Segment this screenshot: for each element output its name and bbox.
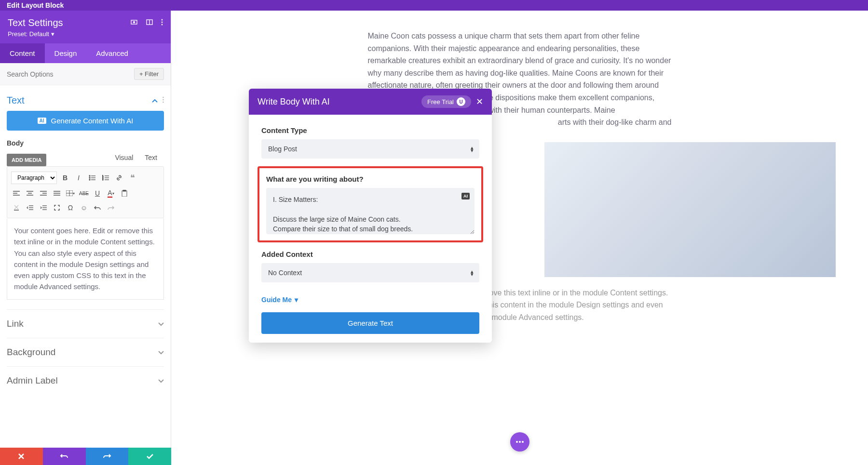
indent-icon[interactable] <box>38 202 49 213</box>
fullscreen-icon[interactable] <box>52 202 62 213</box>
section-title: Text <box>7 95 25 106</box>
body-label: Body <box>7 139 164 147</box>
svg-point-12 <box>89 177 90 178</box>
chevron-down-icon <box>158 320 164 328</box>
svg-point-4 <box>162 19 163 21</box>
quote-icon[interactable]: ❝ <box>127 173 138 183</box>
section-header-text[interactable]: Text <box>7 92 164 111</box>
context-select[interactable]: No Context <box>261 263 479 282</box>
svg-point-5 <box>162 22 163 23</box>
tab-advanced[interactable]: Advanced <box>86 43 138 63</box>
top-bar: Edit Layout Block <box>0 0 868 11</box>
svg-point-10 <box>89 175 90 176</box>
undo-icon[interactable] <box>92 202 103 213</box>
editor-content[interactable]: Your content goes here. Edit or remove t… <box>7 218 164 300</box>
svg-point-7 <box>163 97 164 98</box>
svg-point-14 <box>89 179 90 180</box>
ol-icon[interactable]: 123 <box>100 173 111 183</box>
clear-icon[interactable] <box>11 202 22 213</box>
tab-design[interactable]: Design <box>45 43 87 63</box>
chevron-down-icon <box>158 377 164 385</box>
strike-icon[interactable]: ABE <box>79 188 89 199</box>
editor-toolbar: Paragraph B I 123 ❝ ▾ A <box>7 166 164 218</box>
more-icon[interactable] <box>161 18 163 27</box>
ai-modal: Write Body With AI Free Trial U ✕ Conten… <box>249 89 492 343</box>
align-right-icon[interactable] <box>38 188 49 199</box>
columns-icon[interactable] <box>146 18 153 27</box>
textcolor-icon[interactable]: A ▾ <box>106 188 116 199</box>
search-input[interactable] <box>7 70 134 78</box>
svg-rect-38 <box>123 190 126 191</box>
special-char-icon[interactable]: Ω <box>65 202 76 213</box>
align-left-icon[interactable] <box>11 188 22 199</box>
editor-tab-visual[interactable]: Visual <box>115 154 133 161</box>
select-arrows-icon: ▴▾ <box>471 270 474 276</box>
accordion-link[interactable]: Link <box>7 309 164 338</box>
emoji-icon[interactable]: ☺ <box>79 202 89 213</box>
preset-selector[interactable]: Preset: Default ▾ <box>8 30 163 38</box>
italic-icon[interactable]: I <box>73 173 84 183</box>
svg-point-45 <box>516 441 518 443</box>
accordion-background[interactable]: Background <box>7 338 164 366</box>
settings-header: Text Settings Preset: Default ▾ <box>0 11 171 43</box>
link-icon[interactable] <box>114 173 124 183</box>
svg-point-9 <box>163 102 164 103</box>
options-scroll[interactable]: Text AI Generate Content With AI Body AD… <box>0 85 171 465</box>
settings-sidebar: Text Settings Preset: Default ▾ Content … <box>0 11 171 465</box>
filter-button[interactable]: + Filter <box>134 68 164 80</box>
modal-header: Write Body With AI Free Trial U ✕ <box>249 89 492 115</box>
underline-icon[interactable]: U <box>92 188 103 199</box>
chevron-down-icon: ▾ <box>295 296 298 304</box>
generate-ai-button[interactable]: AI Generate Content With AI <box>7 111 164 131</box>
svg-text:3: 3 <box>102 178 104 181</box>
content-image <box>544 142 836 277</box>
save-button[interactable] <box>128 448 171 465</box>
svg-rect-37 <box>122 191 127 197</box>
settings-tabs: Content Design Advanced <box>0 43 171 63</box>
add-media-button[interactable]: ADD MEDIA <box>7 154 46 166</box>
svg-point-46 <box>519 441 521 443</box>
bottom-action-bar <box>0 448 171 465</box>
prompt-highlight: What are you writing about? AI <box>258 166 483 242</box>
tab-content[interactable]: Content <box>0 43 45 63</box>
section-more-icon[interactable] <box>163 96 164 105</box>
ul-icon[interactable] <box>87 173 97 183</box>
expand-icon[interactable] <box>130 18 138 27</box>
settings-title: Text Settings <box>8 17 63 28</box>
redo-button[interactable] <box>86 448 129 465</box>
free-trial-badge[interactable]: Free Trial U <box>421 95 471 108</box>
align-center-icon[interactable] <box>25 188 35 199</box>
prompt-textarea[interactable] <box>266 188 475 234</box>
ai-badge-icon[interactable]: AI <box>461 193 470 199</box>
top-bar-title: Edit Layout Block <box>7 1 64 9</box>
collapse-icon[interactable] <box>152 97 158 105</box>
ai-icon: AI <box>38 118 46 124</box>
accordion-admin-label[interactable]: Admin Label <box>7 366 164 395</box>
generate-text-button[interactable]: Generate Text <box>261 312 479 334</box>
search-row: + Filter <box>0 63 171 85</box>
svg-point-6 <box>162 24 163 26</box>
svg-point-8 <box>163 99 164 101</box>
undo-button[interactable] <box>43 448 86 465</box>
prompt-label: What are you writing about? <box>266 175 475 183</box>
bold-icon[interactable]: B <box>60 173 70 183</box>
fab-button[interactable] <box>510 432 529 452</box>
chevron-down-icon <box>158 348 164 356</box>
body-paragraph-cont: arts with their dog-like charm and <box>542 116 672 129</box>
modal-title: Write Body With AI <box>258 97 330 107</box>
outdent-icon[interactable] <box>25 202 35 213</box>
close-icon[interactable]: ✕ <box>476 96 483 107</box>
paste-icon[interactable] <box>119 188 130 199</box>
cancel-button[interactable] <box>0 448 43 465</box>
redo-icon[interactable] <box>106 202 116 213</box>
table-icon[interactable]: ▾ <box>65 188 76 199</box>
svg-point-47 <box>522 441 524 443</box>
format-select[interactable]: Paragraph <box>11 172 57 184</box>
content-type-select[interactable]: Blog Post <box>261 139 479 159</box>
editor-tab-text[interactable]: Text <box>145 154 157 161</box>
content-type-label: Content Type <box>261 126 479 134</box>
align-justify-icon[interactable] <box>52 188 62 199</box>
chevron-down-icon: ▾ <box>51 30 54 38</box>
svg-point-1 <box>134 22 135 23</box>
guide-me-link[interactable]: Guide Me ▾ <box>261 296 298 304</box>
